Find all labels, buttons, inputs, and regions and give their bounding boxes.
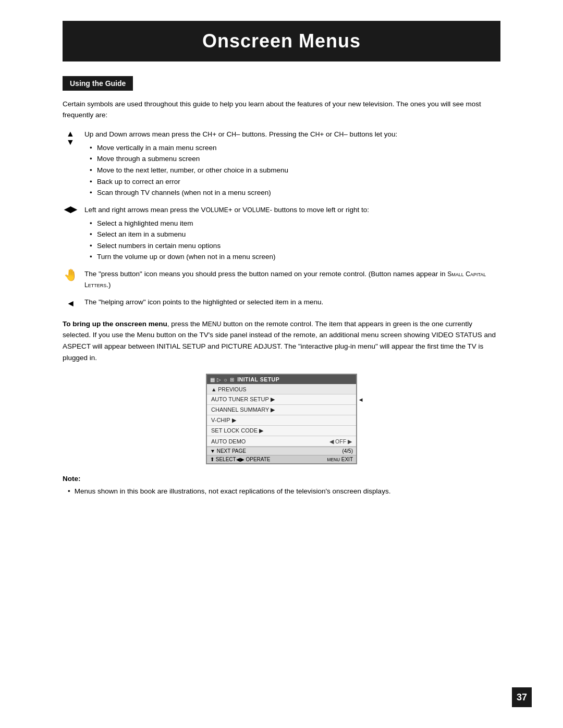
- tv-menu-row-channel: CHANNEL SUMMARY ▶: [207, 405, 356, 415]
- tv-menu-nextpage-row: ▼ NEXT PAGE (4/5): [207, 447, 356, 455]
- tv-menu-row-previous: ▲ PREVIOUS: [207, 384, 356, 394]
- leftright-arrow-icon: ◀▶: [63, 205, 78, 214]
- leftright-main-text: Left and right arrows mean press the VOL…: [84, 206, 369, 214]
- bullet-item: Select a highlighted menu item: [90, 218, 500, 229]
- icon-list: ▲▼ Up and Down arrows mean press the CH+…: [63, 129, 500, 309]
- note-section: Note: Menus shown in this book are illus…: [63, 475, 500, 497]
- tv-menu-row-lockcode: SET LOCK CODE ▶: [207, 426, 356, 436]
- tv-menu-icons: ▦ ▷ ☼ ⊞: [210, 377, 234, 382]
- tv-menu: ▦ ▷ ☼ ⊞ INITIAL SETUP ▲ PREVIOUS AUTO TU…: [206, 374, 357, 464]
- updown-arrow-icon: ▲▼: [63, 129, 78, 146]
- bullet-item: Turn the volume up or down (when not in …: [90, 251, 500, 263]
- tv-menu-title: INITIAL SETUP: [237, 376, 279, 382]
- title-bar: Onscreen Menus: [63, 21, 500, 61]
- helping-marker-icon: ◂: [359, 396, 362, 403]
- list-item-leftright: ◀▶ Left and right arrows mean press the …: [63, 205, 500, 263]
- intro-paragraph: Certain symbols are used throughout this…: [63, 99, 500, 121]
- press-button-icon: 🤚: [63, 269, 78, 281]
- tv-menu-row-autodemo: AUTO DEMO ◀ OFF ▶: [207, 436, 356, 447]
- body-paragraph: To bring up the onscreen menu, press the…: [63, 318, 500, 363]
- bullet-item: Select an item in a submenu: [90, 229, 500, 240]
- note-text: Menus shown in this book are illustratio…: [63, 486, 500, 497]
- menu-icon-3: ☼: [223, 377, 228, 382]
- press-main-text: The "press button" icon means you should…: [84, 270, 486, 289]
- section-heading: Using the Guide: [63, 76, 133, 91]
- page-container: Onscreen Menus Using the Guide Certain s…: [0, 0, 563, 728]
- bullet-item: Move to the next letter, number, or othe…: [90, 165, 500, 176]
- bullet-item: Back up to correct an error: [90, 176, 500, 188]
- bullet-item: Scan through TV channels (when not in a …: [90, 187, 500, 199]
- tv-menu-row-autotuner: AUTO TUNER SETUP ▶ ◂: [207, 394, 356, 405]
- bullet-item: Move through a submenu screen: [90, 153, 500, 165]
- tv-menu-row-vchip: V-CHIP ▶: [207, 415, 356, 426]
- bullet-item: Select numbers in certain menu options: [90, 240, 500, 252]
- list-item-helping: ◂ The "helping arrow" icon points to the…: [63, 297, 500, 309]
- list-item-updown: ▲▼ Up and Down arrows mean press the CH+…: [63, 129, 500, 199]
- tv-menu-nav-row: ⬆ SELECT◀▶ OPERATE MENU EXIT: [207, 455, 356, 463]
- helping-main-text: The "helping arrow" icon points to the h…: [84, 298, 323, 306]
- tv-menu-container: ▦ ▷ ☼ ⊞ INITIAL SETUP ▲ PREVIOUS AUTO TU…: [63, 374, 500, 464]
- updown-bullet-list: Move vertically in a main menu screen Mo…: [90, 142, 500, 199]
- menu-icon-4: ⊞: [230, 377, 234, 382]
- leftright-bullet-list: Select a highlighted menu item Select an…: [90, 218, 500, 263]
- page-title: Onscreen Menus: [78, 30, 485, 52]
- page-number: 37: [512, 687, 532, 707]
- note-label: Note:: [63, 475, 500, 483]
- bullet-item: Move vertically in a main menu screen: [90, 142, 500, 154]
- menu-icon-2: ▷: [217, 377, 221, 382]
- updown-main-text: Up and Down arrows mean press the CH+ or…: [84, 130, 397, 138]
- list-item-press: 🤚 The "press button" icon means you shou…: [63, 269, 500, 291]
- menu-icon-1: ▦: [210, 377, 215, 382]
- helping-arrow-icon: ◂: [63, 297, 78, 309]
- tv-menu-title-row: ▦ ▷ ☼ ⊞ INITIAL SETUP: [207, 375, 356, 384]
